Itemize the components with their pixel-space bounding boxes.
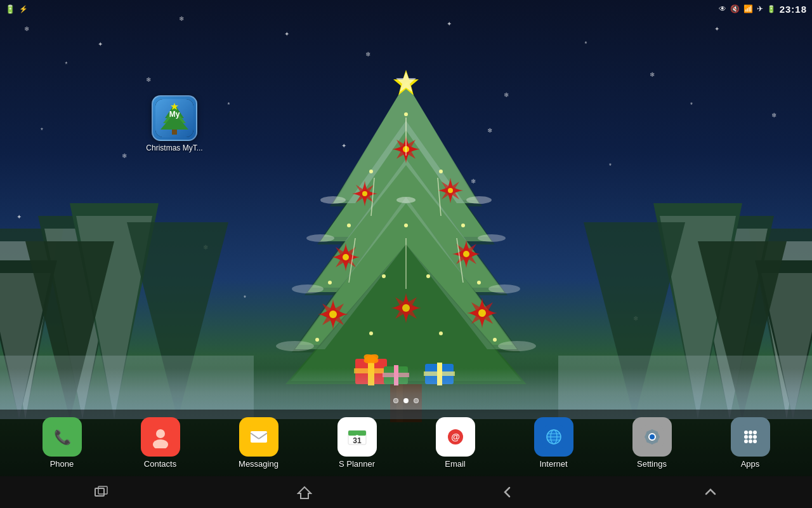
svg-point-83 <box>439 170 443 173</box>
status-bar: 🔋 ⚡ 👁 🔇 📶 ✈ 🔋 23:18 <box>0 0 812 18</box>
svg-point-85 <box>404 224 408 227</box>
dock-internet[interactable]: Internet <box>528 417 579 469</box>
email-label: Email <box>445 459 466 469</box>
navigation-bar <box>0 476 812 508</box>
messaging-label: Messaging <box>239 459 278 469</box>
svg-point-155 <box>749 435 752 439</box>
svg-point-71 <box>478 309 486 317</box>
mute-icon: 🔇 <box>730 4 740 13</box>
page-dot-3[interactable] <box>414 398 419 403</box>
svg-point-59 <box>448 188 453 193</box>
svg-point-65 <box>463 251 469 257</box>
settings-icon-container[interactable] <box>632 417 672 457</box>
dock-apps[interactable]: Apps <box>725 417 776 469</box>
svg-point-43 <box>320 196 346 204</box>
svg-point-93 <box>315 338 319 342</box>
svg-point-159 <box>753 439 757 443</box>
svg-point-68 <box>329 311 337 318</box>
phone-label: Phone <box>50 459 74 469</box>
svg-point-91 <box>369 331 373 335</box>
internet-label: Internet <box>539 459 567 469</box>
svg-text:31: 31 <box>353 436 362 445</box>
svg-point-82 <box>369 170 373 173</box>
christmas-myt-label: Christmas MyT... <box>146 144 202 152</box>
airplane-icon: ✈ <box>757 4 763 13</box>
dock-contacts[interactable]: Contacts <box>135 417 186 469</box>
svg-text:My: My <box>169 110 180 119</box>
apps-icon-container[interactable] <box>731 417 770 457</box>
svg-point-152 <box>749 431 752 434</box>
dock-phone[interactable]: 📞 Phone <box>37 417 88 469</box>
svg-point-74 <box>402 304 410 312</box>
email-icon-container[interactable]: @ <box>436 417 475 457</box>
dock-email[interactable]: @ Email <box>430 417 481 469</box>
svg-point-158 <box>749 439 752 443</box>
svg-point-45 <box>306 234 334 242</box>
svg-text:@: @ <box>451 432 460 442</box>
internet-icon-container[interactable] <box>534 417 573 457</box>
nav-home-button[interactable] <box>284 479 325 505</box>
svg-rect-113 <box>172 130 177 135</box>
svg-rect-142 <box>651 429 653 432</box>
nav-recents-button[interactable] <box>81 481 122 504</box>
nav-expand-button[interactable] <box>690 479 731 505</box>
svg-point-87 <box>328 281 332 284</box>
svg-point-141 <box>649 434 655 440</box>
svg-rect-143 <box>651 441 653 444</box>
svg-point-62 <box>343 254 349 260</box>
christmas-myt-icon[interactable]: My <box>152 95 197 141</box>
svg-point-153 <box>753 431 757 434</box>
splanner-icon-container[interactable]: S 31 <box>337 417 377 457</box>
eye-icon: 👁 <box>719 4 726 13</box>
svg-rect-145 <box>657 436 660 438</box>
dock-splanner[interactable]: S 31 S Planner <box>332 417 383 469</box>
desktop-icon-area: My Christmas MyT... <box>146 95 203 152</box>
page-dot-1[interactable] <box>393 398 398 403</box>
svg-point-44 <box>466 196 492 204</box>
splanner-label: S Planner <box>339 459 375 469</box>
svg-point-46 <box>478 234 506 242</box>
svg-point-157 <box>744 439 748 443</box>
nav-back-button[interactable] <box>487 479 528 505</box>
messaging-icon-container[interactable] <box>239 417 278 457</box>
contacts-label: Contacts <box>144 459 176 469</box>
svg-point-89 <box>426 274 430 278</box>
svg-point-90 <box>477 281 481 284</box>
svg-point-151 <box>744 431 748 434</box>
svg-point-86 <box>461 224 465 227</box>
svg-rect-122 <box>251 431 267 443</box>
svg-rect-160 <box>95 488 104 496</box>
page-indicator <box>393 398 419 403</box>
svg-point-47 <box>292 284 324 293</box>
wifi-icon: 📶 <box>743 4 753 13</box>
apps-label: Apps <box>741 459 760 469</box>
svg-text:📞: 📞 <box>53 429 71 446</box>
contacts-icon-container[interactable] <box>141 417 180 457</box>
clock-display: 23:18 <box>780 4 807 15</box>
svg-point-88 <box>382 274 386 278</box>
charging-icon: ⚡ <box>19 5 28 13</box>
dock-settings[interactable]: Settings <box>627 417 678 469</box>
svg-point-56 <box>362 191 367 196</box>
dock-bar: 📞 Phone Contacts Messaging <box>0 410 812 476</box>
page-dot-2[interactable] <box>403 398 409 403</box>
battery-low-icon: 🔋 <box>767 5 776 13</box>
battery-icon: 🔋 <box>5 4 15 14</box>
dock-messaging[interactable]: Messaging <box>233 417 284 469</box>
status-left: 🔋 ⚡ <box>5 4 28 14</box>
svg-point-48 <box>488 284 520 293</box>
svg-point-84 <box>347 224 351 227</box>
svg-rect-161 <box>98 486 107 494</box>
desktop-icon-christmas-myt[interactable]: My Christmas MyT... <box>146 95 203 152</box>
status-right: 👁 🔇 📶 ✈ 🔋 23:18 <box>719 4 807 15</box>
svg-point-156 <box>753 435 757 439</box>
settings-label: Settings <box>637 459 667 469</box>
svg-point-49 <box>276 341 314 351</box>
svg-point-94 <box>493 338 497 342</box>
svg-point-50 <box>498 341 536 351</box>
svg-marker-162 <box>298 487 311 498</box>
svg-point-81 <box>404 112 408 116</box>
phone-icon-container[interactable]: 📞 <box>43 417 82 457</box>
svg-point-154 <box>744 435 748 439</box>
svg-point-92 <box>439 331 443 335</box>
